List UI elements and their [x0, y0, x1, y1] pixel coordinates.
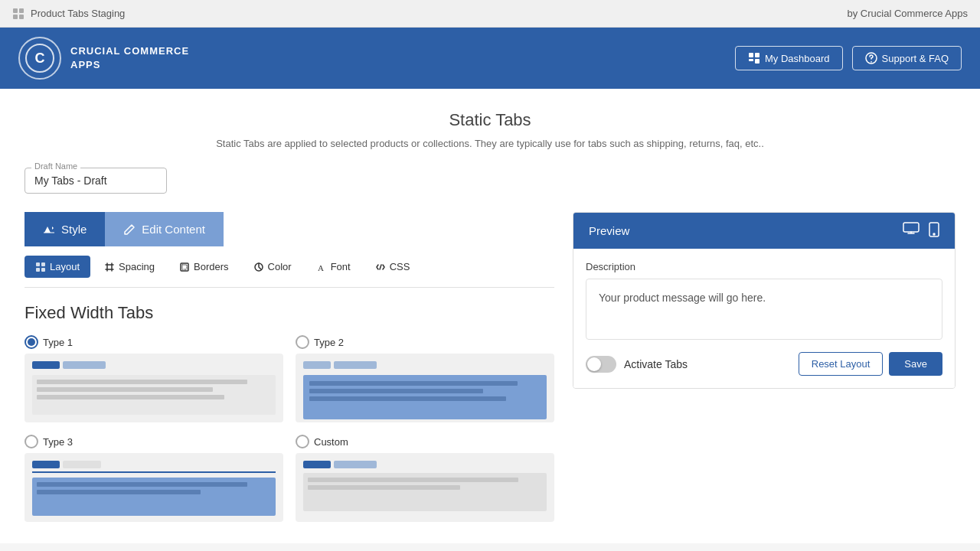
subtab-css[interactable]: CSS — [364, 256, 421, 278]
type1-item: Type 1 — [24, 335, 283, 422]
topbar-left: Product Tabs Staging — [12, 8, 125, 20]
activate-toggle: Activate Tabs — [586, 356, 688, 373]
type2-tab2 — [334, 361, 377, 369]
type2-radio[interactable] — [296, 335, 309, 349]
svg-rect-4 — [749, 53, 753, 57]
type1-preview — [24, 354, 283, 422]
logo-inner: C — [25, 44, 54, 73]
topbar-by-label: by Crucial Commerce Apps — [848, 8, 969, 19]
type3-content — [32, 478, 276, 516]
type3-tab-active — [32, 461, 60, 468]
type1-tabs-row — [32, 361, 276, 369]
custom-tabs-row — [303, 461, 547, 468]
grid-icon — [12, 8, 24, 20]
custom-label[interactable]: Custom — [296, 435, 554, 448]
activate-label: Activate Tabs — [624, 358, 688, 370]
type1-label[interactable]: Type 1 — [24, 335, 283, 349]
save-button[interactable]: Save — [889, 352, 942, 376]
type2-line1 — [309, 381, 518, 386]
preview-actions: Activate Tabs Reset Layout Save — [586, 352, 942, 376]
right-column: Preview — [573, 212, 956, 389]
mobile-icon[interactable] — [929, 222, 939, 240]
type1-line1 — [37, 380, 247, 384]
preview-message-text: Your product message will go here. — [599, 292, 766, 304]
subtab-color[interactable]: Color — [243, 256, 302, 278]
preview-body: Description Your product message will go… — [573, 249, 955, 388]
type3-item: Type 3 — [24, 435, 283, 522]
custom-preview — [296, 453, 554, 522]
layout-icon — [35, 262, 46, 272]
svg-rect-10 — [41, 262, 45, 266]
type3-radio[interactable] — [24, 435, 38, 448]
main-content: Static Tabs Static Tabs are applied to s… — [0, 89, 980, 543]
svg-rect-11 — [36, 268, 40, 272]
type1-tab-inactive — [63, 361, 106, 369]
type3-tabs-row — [32, 461, 276, 473]
type1-content — [32, 375, 276, 415]
activate-toggle-switch[interactable] — [586, 356, 616, 373]
draft-name-label: Draft Name — [31, 161, 80, 171]
preview-header: Preview — [573, 213, 955, 249]
type1-radio-inner — [28, 338, 35, 346]
svg-rect-0 — [13, 8, 18, 13]
layout-heading: Fixed Width Tabs — [24, 303, 554, 323]
logo-area: C CRUCIAL COMMERCE APPS — [18, 37, 189, 80]
custom-content — [303, 473, 547, 511]
svg-rect-17 — [903, 223, 919, 232]
header-nav: My Dashboard Support & FAQ — [735, 46, 962, 70]
svg-rect-2 — [13, 15, 18, 19]
custom-line2 — [308, 485, 460, 490]
topbar-title: Product Tabs Staging — [31, 8, 125, 19]
tab-types-grid: Type 1 — [24, 335, 554, 522]
type3-label[interactable]: Type 3 — [24, 435, 283, 448]
preview-message-box: Your product message will go here. — [586, 279, 942, 340]
svg-rect-1 — [19, 8, 24, 13]
sub-tabs: Layout Spacing Borders — [24, 246, 554, 288]
preview-panel: Preview — [573, 212, 956, 389]
type2-line2 — [309, 389, 483, 393]
type1-radio[interactable] — [24, 335, 38, 349]
svg-rect-3 — [19, 15, 24, 19]
tab-style[interactable]: Style — [24, 212, 105, 246]
svg-point-19 — [933, 233, 935, 235]
style-icon — [43, 223, 55, 236]
svg-rect-5 — [755, 53, 760, 57]
type3-tab-inactive — [63, 461, 101, 468]
toggle-knob — [587, 357, 601, 371]
page-subtitle: Static Tabs are applied to selected prod… — [24, 138, 956, 149]
custom-tab-inactive — [334, 461, 377, 468]
two-col-layout: Style Edit Content — [24, 212, 956, 522]
svg-rect-9 — [36, 262, 40, 266]
type3-line1 — [37, 482, 247, 487]
svg-rect-6 — [749, 59, 753, 61]
dashboard-button[interactable]: My Dashboard — [735, 46, 843, 70]
desktop-icon[interactable] — [903, 222, 920, 240]
type3-preview — [24, 453, 283, 522]
type1-line3 — [37, 395, 224, 399]
logo-letter: C — [35, 51, 45, 67]
topbar-right: by Crucial Commerce Apps — [848, 8, 969, 19]
question-icon — [865, 52, 877, 64]
type2-label[interactable]: Type 2 — [296, 335, 554, 349]
type1-line2 — [37, 387, 213, 392]
type2-tab1 — [303, 361, 331, 369]
draft-name-input[interactable] — [34, 174, 157, 187]
subtab-borders[interactable]: Borders — [168, 256, 240, 278]
subtab-spacing[interactable]: Spacing — [93, 256, 165, 278]
reset-layout-button[interactable]: Reset Layout — [799, 352, 884, 376]
custom-item: Custom — [296, 435, 554, 522]
left-column: Style Edit Content — [24, 212, 554, 522]
dashboard-icon — [748, 52, 760, 64]
type2-line3 — [309, 396, 506, 401]
preview-description-label: Description — [586, 261, 942, 272]
type2-preview — [296, 354, 554, 422]
support-button[interactable]: Support & FAQ — [852, 46, 962, 70]
spacing-icon — [104, 262, 115, 272]
subtab-font[interactable]: A Font — [305, 256, 361, 278]
section-tabs: Style Edit Content — [24, 212, 554, 246]
custom-radio[interactable] — [296, 435, 309, 448]
tab-edit-content[interactable]: Edit Content — [105, 212, 224, 246]
page-title: Static Tabs — [24, 110, 956, 130]
type2-item: Type 2 — [296, 335, 554, 422]
subtab-layout[interactable]: Layout — [24, 256, 90, 278]
